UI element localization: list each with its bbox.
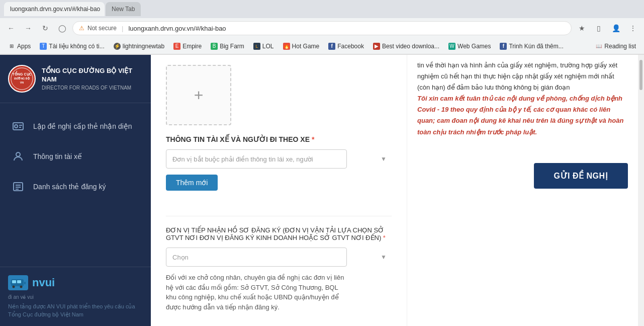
don-vi-select-wrapper: Chọn ▼	[166, 248, 392, 267]
toolbar: ← → ↻ ◯ ⚠ Not secure | luongxanh.drvn.go…	[0, 18, 644, 38]
bookmark-hotgame[interactable]: 🔥 Hot Game	[279, 42, 324, 51]
tab-bar: luongxanh.drvn.gov.vn/#/khai-bao New Tab	[0, 0, 644, 18]
driver-section-title: THÔNG TIN TÀI XẾ VÀ NGƯỜI ĐI THEO XE *	[166, 135, 392, 143]
don-vi-section-title: ĐƠN VỊ TIẾP NHẬN HỒ SƠ ĐĂNG KÝ (Đơn vị v…	[166, 226, 392, 241]
active-tab[interactable]: luongxanh.drvn.gov.vn/#/khai-bao	[4, 2, 105, 16]
separator: |	[122, 25, 123, 32]
forward-button[interactable]: →	[21, 21, 35, 35]
sidebar-item-danh-sach[interactable]: Danh sách thẻ đăng ký	[0, 172, 151, 202]
sidebar-item-tai-xe[interactable]: Thông tin tài xế	[0, 141, 151, 172]
bookmark-empire[interactable]: E Empire	[169, 42, 206, 51]
bookmark-label: Trinh Kún đã thêm...	[509, 43, 563, 50]
nvui-tagline: đi an về vui	[8, 294, 143, 300]
don-vi-title-text: ĐƠN VỊ TIẾP NHẬN HỒ SƠ ĐĂNG KÝ (Đơn vị v…	[166, 226, 384, 241]
driver-select[interactable]: Đơn vị bắt buộc phải điền thông tin lái …	[166, 149, 347, 169]
svg-point-17	[20, 286, 23, 288]
driver-select-wrapper: Đơn vị bắt buộc phải điền thông tin lái …	[166, 149, 392, 169]
form-area: + THÔNG TIN TÀI XẾ VÀ NGƯỜI ĐI THEO XE *…	[151, 55, 407, 326]
bookmark-label: Apps	[17, 43, 31, 50]
page-layout: TỔNG CỤC ĐƯỜNG BỘ VN TỔNG CỤC ĐƯỜNG BỘ V…	[0, 55, 644, 326]
sidebar-logo: TỔNG CỤC ĐƯỜNG BỘ VN TỔNG CỤC ĐƯỜNG BỘ V…	[0, 55, 151, 103]
bookmark-lol[interactable]: L LOL	[249, 42, 278, 51]
bookmark-bigfarm[interactable]: B Big Farm	[207, 42, 248, 51]
bookmarks-bar: ⊞ Apps T Tài liệu không có ti... ⚡ light…	[0, 38, 644, 54]
bookmark-label: Web Games	[457, 43, 491, 50]
svg-rect-19	[24, 282, 26, 284]
not-secure-label: Not secure	[87, 25, 117, 32]
bookmark-webgames[interactable]: W Web Games	[444, 42, 495, 51]
list-icon	[10, 179, 26, 195]
svg-rect-18	[11, 282, 12, 284]
apps-favicon: ⊞	[8, 43, 15, 50]
scrollbar-thumb[interactable]	[639, 60, 642, 90]
empire-favicon: E	[173, 43, 180, 50]
sidebar-item-cap-the[interactable]: Lập đề nghị cấp thẻ nhận diện	[0, 111, 151, 141]
sidebar-footer: nvui đi an về vui Nền tảng được AN VUI p…	[0, 267, 151, 326]
bookmark-star[interactable]: ★	[575, 21, 589, 35]
reload-button[interactable]: ↻	[38, 21, 52, 35]
lol-favicon: L	[253, 43, 260, 50]
trinhkun-favicon: f	[500, 43, 507, 50]
lock-icon: ⚠	[79, 25, 84, 32]
bookmark-label: lightningnewtab	[123, 43, 164, 50]
logo-circle: TỔNG CỤC ĐƯỜNG BỘ VN	[8, 65, 36, 93]
bookmark-label: Facebook	[337, 43, 364, 50]
tailieu-favicon: T	[40, 43, 47, 50]
bookmark-lightning[interactable]: ⚡ lightningnewtab	[110, 42, 168, 51]
bookmark-label: Tài liệu không có ti...	[49, 43, 104, 50]
menu-button[interactable]: ⋮	[626, 21, 640, 35]
right-panel-bold-text: Tôi xin cam kết tuân thủ các nội dung về…	[417, 93, 628, 137]
right-panel-normal-text: tin về thời hạn và hình ảnh của giấy xét…	[417, 60, 628, 93]
back-button[interactable]: ←	[4, 21, 18, 35]
bookmark-label: Hot Game	[292, 43, 320, 50]
them-moi-button[interactable]: Thêm mới	[166, 175, 218, 191]
sidebar-item-label: Danh sách thẻ đăng ký	[33, 183, 106, 191]
facebook-favicon: f	[328, 43, 335, 50]
nvui-bus-icon	[8, 275, 28, 290]
bookmark-reading[interactable]: 📖 Reading list	[591, 42, 640, 51]
svg-point-8	[16, 152, 20, 156]
svg-point-16	[13, 286, 15, 288]
bookmark-video[interactable]: ▶ Best video downloa...	[369, 42, 443, 51]
extensions-button[interactable]: ▯	[592, 21, 606, 35]
person-icon	[10, 148, 26, 165]
submit-button[interactable]: GỬI ĐỀ NGHỊ	[534, 163, 628, 189]
section-divider	[166, 216, 392, 216]
required-indicator-2: *	[383, 234, 386, 241]
upload-area[interactable]: +	[166, 65, 231, 125]
webgames-favicon: W	[448, 43, 455, 50]
upload-plus-icon: +	[194, 86, 204, 105]
bookmark-label: Big Farm	[220, 43, 244, 50]
scrollbar-track	[638, 55, 644, 326]
bookmark-tailieu[interactable]: T Tài liệu không có ti...	[36, 42, 108, 51]
logo-text: TỔNG CỤC ĐƯỜNG BỘ VIỆT NAM DIRECTOR FOR …	[42, 67, 143, 91]
profile-button[interactable]: 👤	[609, 21, 623, 35]
inactive-tab[interactable]: New Tab	[106, 2, 141, 16]
reading-favicon: 📖	[595, 43, 602, 50]
address-bar[interactable]: ⚠ Not secure | luongxanh.drvn.gov.vn/#/k…	[72, 21, 572, 35]
svg-rect-14	[12, 280, 16, 283]
nvui-brand-text: nvui	[32, 276, 55, 289]
home-button[interactable]: ◯	[55, 21, 69, 35]
bookmark-facebook[interactable]: f Facebook	[324, 42, 368, 51]
bookmark-label: Reading list	[604, 43, 636, 50]
svg-text:VN: VN	[20, 81, 24, 84]
sidebar: TỔNG CỤC ĐƯỜNG BỘ VN TỔNG CỤC ĐƯỜNG BỘ V…	[0, 55, 151, 326]
sidebar-nav: Lập đề nghị cấp thẻ nhận diện Thông tin …	[0, 103, 151, 267]
sidebar-item-label: Lập đề nghị cấp thẻ nhận diện	[33, 122, 132, 130]
don-vi-select[interactable]: Chọn	[166, 248, 347, 267]
card-icon	[10, 118, 26, 134]
submit-container: GỬI ĐỀ NGHỊ	[417, 153, 628, 189]
video-favicon: ▶	[373, 43, 380, 50]
chevron-down-icon-2: ▼	[381, 254, 387, 261]
svg-rect-15	[17, 280, 21, 283]
bookmark-apps[interactable]: ⊞ Apps	[4, 42, 35, 51]
sidebar-item-label: Thông tin tài xế	[33, 152, 82, 160]
svg-text:ĐƯỜNG BỘ: ĐƯỜNG BỘ	[14, 76, 29, 80]
svg-point-5	[15, 125, 18, 128]
tab-label: luongxanh.drvn.gov.vn/#/khai-bao	[10, 6, 100, 13]
url-text: luongxanh.drvn.gov.vn/#/khai-bao	[128, 25, 226, 32]
bookmark-trinhkun[interactable]: f Trinh Kún đã thêm...	[496, 42, 567, 51]
hotgame-favicon: 🔥	[283, 43, 290, 50]
section-title-text: THÔNG TIN TÀI XẾ VÀ NGƯỜI ĐI THEO XE	[166, 135, 310, 143]
